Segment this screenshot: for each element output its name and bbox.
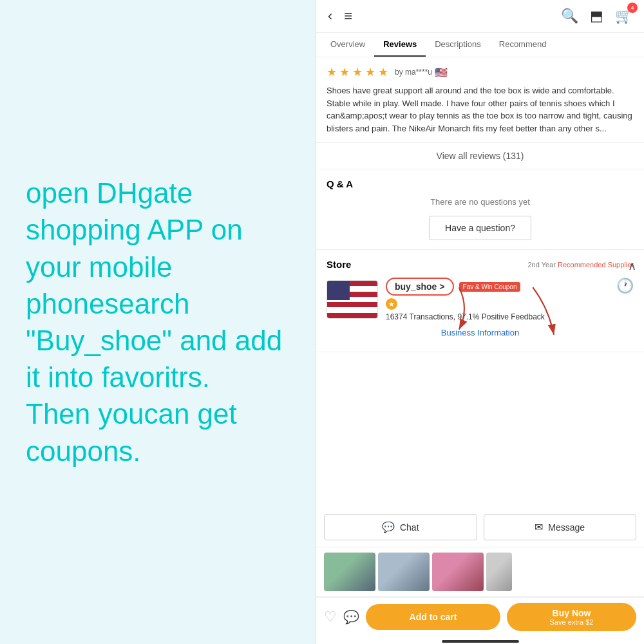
star-3: ★ — [352, 65, 363, 79]
add-to-cart-button[interactable]: Add to cart — [366, 604, 500, 630]
tab-descriptions[interactable]: Descriptions — [426, 33, 490, 57]
business-info[interactable]: Business Information — [327, 328, 634, 337]
tabs-bar: Overview Reviews Descriptions Recommend — [316, 33, 644, 57]
top-bar: ‹ ≡ 🔍 ⬒ 🛒 4 — [316, 0, 644, 33]
message-icon: ✉ — [535, 521, 543, 533]
buy-now-button[interactable]: Buy Now Save extra $2 — [507, 603, 636, 631]
chat-button[interactable]: 💬 Chat — [324, 514, 477, 540]
menu-button[interactable]: ≡ — [343, 6, 354, 26]
thumb-1[interactable] — [324, 553, 375, 591]
search-button[interactable]: 🔍 — [560, 6, 580, 26]
thumb-4[interactable] — [486, 553, 512, 591]
recommended-text: Recommended Supplier — [558, 261, 634, 269]
star-2: ★ — [339, 65, 350, 79]
reviewer-name: by ma****u — [395, 68, 432, 77]
wishlist-button[interactable]: ♡ — [324, 609, 337, 625]
store-collapse-icon[interactable]: ∧ — [628, 259, 636, 273]
action-row: 💬 Chat ✉ Message — [316, 507, 644, 547]
star-1: ★ — [327, 65, 337, 79]
comment-button[interactable]: 💬 — [343, 609, 359, 625]
star-5: ★ — [378, 65, 388, 79]
left-panel: open DHgate shopping APP on your mobile … — [0, 0, 316, 644]
store-info: buy_shoe > Fav & Win Coupon ★ 16374 Tran… — [327, 278, 634, 321]
thumb-2[interactable] — [378, 553, 430, 591]
store-arrow-icon: > — [439, 281, 444, 292]
cart-badge[interactable]: 🛒 4 — [614, 6, 634, 26]
store-name-row: buy_shoe > Fav & Win Coupon — [386, 278, 634, 296]
home-indicator — [442, 640, 519, 643]
store-title: Store — [327, 259, 351, 270]
feedback-label: Positive Feedback — [482, 312, 545, 321]
store-history-icon[interactable]: 🕐 — [616, 278, 634, 294]
store-flag-image — [327, 280, 378, 319]
store-header: Store 2nd Year Recommended Supplier — [327, 259, 634, 270]
share-button[interactable]: ⬒ — [589, 6, 605, 26]
message-label: Message — [548, 522, 585, 533]
review-stars-row: ★ ★ ★ ★ ★ by ma****u 🇺🇸 — [327, 65, 634, 79]
top-bar-right: 🔍 ⬒ 🛒 4 — [560, 6, 634, 26]
store-name-bubble[interactable]: buy_shoe > — [386, 278, 454, 296]
fav-badge[interactable]: Fav & Win Coupon — [459, 282, 521, 292]
no-questions-text: There are no questions yet — [327, 197, 634, 207]
reviews-section: ★ ★ ★ ★ ★ by ma****u 🇺🇸 Shoes have great… — [316, 57, 644, 143]
right-panel: ‹ ≡ 🔍 ⬒ 🛒 4 Overview Reviews Description… — [316, 0, 644, 644]
transaction-count: 16374 — [386, 312, 407, 321]
tab-reviews[interactable]: Reviews — [374, 33, 426, 57]
qa-section: Q & A There are no questions yet Have a … — [316, 169, 644, 250]
instruction-text: open DHgate shopping APP on your mobile … — [26, 175, 290, 469]
save-extra-label: Save extra $2 — [550, 618, 594, 626]
buy-now-label: Buy Now — [553, 608, 591, 618]
message-button[interactable]: ✉ Message — [484, 514, 637, 540]
thumb-3[interactable] — [432, 553, 484, 591]
tab-overview[interactable]: Overview — [321, 33, 374, 57]
top-bar-left: ‹ ≡ — [327, 6, 354, 26]
reviewer-flag: 🇺🇸 — [435, 66, 448, 79]
back-button[interactable]: ‹ — [327, 6, 334, 26]
tab-recommend[interactable]: Recommend — [490, 33, 556, 57]
store-star-icon: ★ — [386, 298, 397, 310]
chat-label: Chat — [400, 522, 419, 533]
transactions-label: Transactions, — [410, 312, 458, 321]
store-details: buy_shoe > Fav & Win Coupon ★ 16374 Tran… — [386, 278, 634, 321]
content-area: ★ ★ ★ ★ ★ by ma****u 🇺🇸 Shoes have great… — [316, 57, 644, 507]
star-4: ★ — [365, 65, 375, 79]
chat-icon: 💬 — [382, 521, 395, 533]
cart-count: 4 — [627, 3, 638, 13]
store-section: Store 2nd Year Recommended Supplier buy_… — [316, 250, 644, 352]
positive-feedback: 97.1% — [457, 312, 479, 321]
store-transactions: 16374 Transactions, 97.1% Positive Feedb… — [386, 312, 634, 321]
review-text: Shoes have great support all around and … — [327, 84, 634, 135]
qa-title: Q & A — [327, 178, 634, 189]
thumbnail-row — [316, 547, 644, 597]
store-name: buy_shoe — [395, 281, 437, 292]
view-all-reviews[interactable]: View all reviews (131) — [316, 143, 644, 169]
have-question-button[interactable]: Have a question? — [429, 216, 531, 240]
recommended-badge: 2nd Year Recommended Supplier — [527, 261, 634, 269]
bottom-bar: ♡ 💬 Add to cart Buy Now Save extra $2 — [316, 597, 644, 636]
